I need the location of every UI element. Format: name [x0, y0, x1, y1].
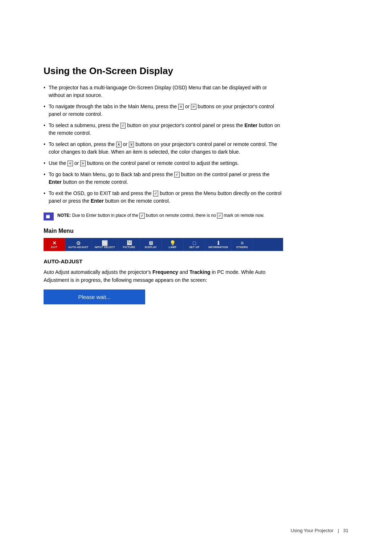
information-label: INFORMATION	[208, 246, 228, 248]
main-menu-heading: Main Menu	[44, 228, 283, 234]
up-arrow-icon: ∧	[116, 142, 122, 147]
check-icon-1: ✓	[121, 123, 126, 129]
footer-divider: |	[338, 528, 339, 533]
down-arrow-icon: ∨	[129, 142, 134, 147]
auto-adjust-body: Auto Adjust automatically adjusts the pr…	[44, 268, 283, 284]
bullet-item-3: To select a submenu, press the ✓ button …	[44, 122, 283, 137]
page-footer: Using Your Projector | 31	[290, 528, 348, 533]
bullet-item-4: To select an option, press the ∧ or ∨ bu…	[44, 141, 283, 156]
menu-item-picture[interactable]: 🖼 PICTURE	[118, 238, 140, 251]
left-arrow-icon-2: <	[68, 161, 73, 166]
menu-item-display[interactable]: ⊞ DISPLAY	[140, 238, 162, 251]
menu-item-setup[interactable]: □ SET UP	[184, 238, 205, 251]
others-icon: ≡	[241, 240, 244, 246]
please-wait-box: Please wait...	[44, 289, 145, 304]
lamp-icon: 💡	[170, 240, 176, 246]
setup-label: SET UP	[189, 246, 199, 248]
display-icon: ⊞	[149, 240, 153, 246]
svg-rect-1	[46, 215, 50, 215]
note-icon	[44, 212, 54, 220]
note-label: NOTE:	[57, 213, 71, 218]
note-text: NOTE: Due to Enter button in place of th…	[57, 212, 264, 219]
bullet-item-5: Use the < or > buttons on the control pa…	[44, 159, 283, 167]
menu-item-lamp[interactable]: 💡 LAMP	[162, 238, 184, 251]
right-arrow-icon-2: >	[80, 161, 86, 166]
check-icon-note-2: ✓	[217, 213, 222, 219]
check-icon-note: ✓	[139, 213, 145, 219]
pencil-icon	[46, 214, 52, 219]
right-arrow-icon: >	[191, 104, 196, 110]
menu-item-auto-adjust[interactable]: ⊙ AUTO-ADJUST	[65, 238, 92, 251]
others-label: OTHERS	[236, 246, 248, 248]
setup-icon: □	[193, 240, 196, 246]
bullet-item-2: To navigate through the tabs in the Main…	[44, 103, 283, 118]
menu-item-others[interactable]: ≡ OTHERS	[231, 238, 253, 251]
auto-adjust-label: AUTO-ADJUST	[68, 246, 89, 248]
check-icon-3: ✓	[153, 191, 159, 197]
exit-icon: ✕	[52, 240, 57, 246]
menu-item-exit[interactable]: ✕ EXIT	[44, 238, 65, 251]
intro-bullet-list: The projector has a multi-language On-Sc…	[44, 84, 283, 205]
input-select-label: INPUT SELECT	[95, 246, 115, 248]
auto-adjust-icon: ⊙	[76, 240, 81, 246]
left-arrow-icon: <	[178, 104, 184, 110]
footer-text: Using Your Projector	[290, 528, 334, 533]
note-box: NOTE: Due to Enter button in place of th…	[44, 212, 283, 220]
lamp-label: LAMP	[169, 246, 177, 248]
please-wait-text: Please wait...	[78, 294, 110, 300]
auto-adjust-heading: AUTO-ADJUST	[44, 258, 283, 264]
bullet-item-6: To go back to Main Menu, go to Back tab …	[44, 171, 283, 186]
page-number: 31	[343, 528, 348, 533]
information-icon: ℹ	[217, 240, 219, 246]
picture-icon: 🖼	[127, 240, 132, 246]
check-icon-2: ✓	[174, 172, 180, 178]
main-menu-bar[interactable]: ✕ EXIT ⊙ AUTO-ADJUST ⬜ INPUT SELECT 🖼 PI…	[44, 238, 283, 251]
menu-item-information[interactable]: ℹ INFORMATION	[205, 238, 231, 251]
picture-label: PICTURE	[123, 246, 135, 248]
display-label: DISPLAY	[145, 246, 157, 248]
menu-item-input-select[interactable]: ⬜ INPUT SELECT	[92, 238, 119, 251]
page-title: Using the On-Screen Display	[44, 65, 283, 77]
input-select-icon: ⬜	[102, 240, 108, 246]
exit-label: EXIT	[51, 246, 58, 248]
bullet-item-1: The projector has a multi-language On-Sc…	[44, 84, 283, 99]
bullet-item-7: To exit the OSD, go to EXIT tab and pres…	[44, 190, 283, 205]
